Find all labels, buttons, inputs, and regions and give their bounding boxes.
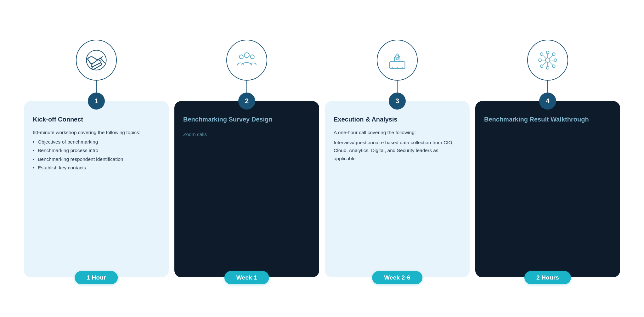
step-1-top: 1 — [24, 40, 169, 101]
step-1-card: Kick-off Connect60-minute workshop cover… — [24, 101, 169, 277]
step-1-bullets: Objectives of benchmarkingBenchmarking p… — [33, 138, 140, 172]
step-4-icon-circle — [527, 40, 568, 81]
step-3-number: 3 — [389, 93, 406, 110]
step-4-top: 4 — [475, 40, 620, 101]
step-1-icon-circle — [76, 40, 117, 81]
step-2-card: Benchmarking Survey DesignZoom callsWeek… — [174, 101, 319, 277]
step-1-bullet-1: Benchmarking process intro — [33, 146, 140, 155]
step-1-number: 1 — [88, 93, 105, 110]
step-3-icon-circle — [377, 40, 418, 81]
step-4-title: Benchmarking Result Walkthrough — [484, 115, 589, 123]
svg-line-19 — [543, 55, 546, 59]
svg-point-14 — [552, 65, 555, 68]
step-3-badge: Week 2-6 — [372, 271, 422, 284]
step-4-connector — [547, 81, 548, 93]
step-2-badge: Week 1 — [224, 271, 269, 284]
svg-point-7 — [546, 51, 549, 54]
step-1-title: Kick-off Connect — [33, 115, 83, 123]
main-container: 1Kick-off Connect60-minute workshop cove… — [7, 27, 637, 290]
svg-point-2 — [239, 55, 243, 59]
svg-point-1 — [244, 53, 249, 58]
step-1-intro: 60-minute workshop covering the followin… — [33, 128, 140, 137]
step-3-card: Execution & AnalysisA one-hour call cove… — [325, 101, 470, 277]
step-1-badge: 1 Hour — [75, 271, 118, 284]
svg-point-0 — [87, 50, 106, 70]
svg-point-5 — [396, 58, 398, 60]
step-4-number: 4 — [539, 93, 556, 110]
step-2-title: Benchmarking Survey Design — [183, 115, 272, 123]
step-1-bullet-3: Establish key contacts — [33, 164, 140, 172]
step-3-wrapper: 3Execution & AnalysisA one-hour call cov… — [325, 40, 470, 277]
step-4-wrapper: 4Benchmarking Result Walkthrough2 Hours — [475, 40, 620, 277]
step-4-badge: 2 Hours — [524, 271, 571, 284]
svg-point-3 — [250, 55, 254, 59]
svg-point-13 — [540, 65, 543, 68]
step-1-body: 60-minute workshop covering the followin… — [33, 128, 140, 173]
step-2-body: Zoom calls — [183, 128, 207, 139]
svg-point-10 — [554, 59, 557, 62]
step-3-connector — [397, 81, 398, 93]
step-3-top: 3 — [325, 40, 470, 101]
svg-line-22 — [549, 62, 553, 65]
step-2-extra: Zoom calls — [183, 130, 207, 139]
svg-line-21 — [543, 62, 546, 65]
step-2-icon-circle — [226, 40, 267, 81]
svg-line-20 — [549, 55, 553, 59]
step-1-bullet-2: Benchmarking respondent identification — [33, 155, 140, 163]
step-2-connector — [246, 81, 247, 93]
step-2-number: 2 — [238, 93, 255, 110]
step-3-extra: Interview/questionnaire based data colle… — [334, 139, 461, 163]
step-4-card: Benchmarking Result Walkthrough2 Hours — [475, 101, 620, 277]
step-3-body: A one-hour call covering the following:I… — [334, 128, 461, 162]
svg-point-8 — [546, 66, 549, 69]
svg-point-11 — [540, 53, 543, 55]
step-2-top: 2 — [174, 40, 319, 101]
svg-point-12 — [552, 53, 555, 55]
svg-point-6 — [545, 58, 550, 62]
step-1-bullet-0: Objectives of benchmarking — [33, 138, 140, 146]
step-3-intro: A one-hour call covering the following: — [334, 128, 461, 137]
step-1-wrapper: 1Kick-off Connect60-minute workshop cove… — [24, 40, 169, 277]
svg-point-9 — [539, 59, 541, 62]
step-1-connector — [96, 81, 97, 93]
step-2-wrapper: 2Benchmarking Survey DesignZoom callsWee… — [174, 40, 319, 277]
step-3-title: Execution & Analysis — [334, 115, 398, 123]
